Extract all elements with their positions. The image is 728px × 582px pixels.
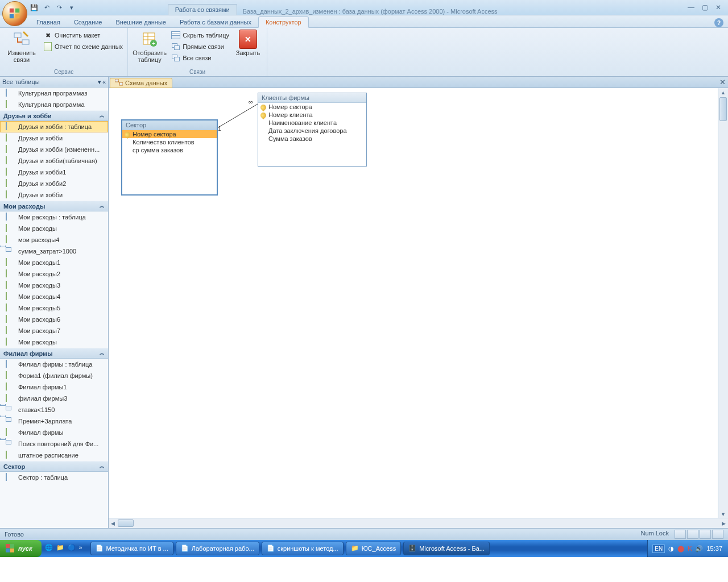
table-field[interactable]: Номер клиента xyxy=(258,111,366,119)
nav-item[interactable]: Форма1 (филиал фирмы) xyxy=(0,370,108,381)
tray-icon[interactable]: ◑ xyxy=(668,545,674,552)
nav-item[interactable]: Мои расходы : таблица xyxy=(0,211,108,223)
table-field[interactable]: ср сумма заказов xyxy=(122,146,217,154)
nav-item[interactable]: Филиал фирмы1 xyxy=(0,381,108,393)
scroll-left-icon[interactable]: ◀ xyxy=(109,521,117,526)
ribbon-tab-design[interactable]: Конструктор xyxy=(258,16,309,28)
table-field[interactable]: Количество клиентов xyxy=(122,138,217,146)
view-form-icon[interactable] xyxy=(712,530,723,539)
nav-item[interactable]: Друзья и хобби1 xyxy=(0,167,108,178)
nav-item[interactable]: Поиск повторений для Фи... xyxy=(0,438,108,450)
view-design-icon[interactable] xyxy=(687,530,698,539)
nav-item[interactable]: Друзья и хобби xyxy=(0,189,108,201)
nav-item[interactable]: Мои расходы1 xyxy=(0,257,108,268)
scroll-down-icon[interactable]: ▼ xyxy=(718,510,728,518)
taskbar-item[interactable]: 📄Методичка по ИТ в ... xyxy=(90,542,173,555)
table-field[interactable]: Дата заключения договора xyxy=(258,127,366,135)
help-button[interactable]: ? xyxy=(714,18,723,27)
table-box-clients[interactable]: Клиенты фирмы Номер сектораНомер клиента… xyxy=(258,93,367,167)
nav-item[interactable]: Культурная программаз xyxy=(0,88,108,99)
table-field[interactable]: Сумма заказов xyxy=(258,135,366,143)
nav-dropdown-icon[interactable]: ▾ xyxy=(98,78,101,86)
ribbon-tab-home[interactable]: Главная xyxy=(30,17,67,27)
nav-item[interactable]: ставка<1150 xyxy=(0,404,108,415)
nav-item[interactable]: Друзья и хобби2 xyxy=(0,178,108,189)
nav-item[interactable]: Мои расходы7 xyxy=(0,325,108,336)
nav-group-header[interactable]: Мои расходы︽ xyxy=(0,201,108,211)
nav-item[interactable]: Премия+Зарплата xyxy=(0,415,108,427)
undo-icon[interactable]: ↶ xyxy=(42,3,51,12)
taskbar-item[interactable]: 📄Лабораторная рабо... xyxy=(176,542,259,555)
clear-layout-button[interactable]: ✖Очистить макет xyxy=(42,30,124,40)
ribbon-tab-create[interactable]: Создание xyxy=(67,17,109,27)
nav-item[interactable]: Мои расходы6 xyxy=(0,314,108,325)
nav-item[interactable]: филиал фирмы3 xyxy=(0,393,108,404)
language-indicator[interactable]: EN xyxy=(652,544,665,553)
all-relationships-button[interactable]: Все связи xyxy=(170,53,230,63)
nav-item[interactable]: Филиал фирмы : таблица xyxy=(0,359,108,370)
nav-item[interactable]: сумма_затрат>1000 xyxy=(0,246,108,257)
relationship-report-button[interactable]: Отчет по схеме данных xyxy=(42,41,124,52)
table-box-sector[interactable]: Сектор Номер сектораКоличество клиентовс… xyxy=(121,119,218,196)
nav-item[interactable]: Филиал фирмы xyxy=(0,427,108,438)
clock[interactable]: 15:37 xyxy=(706,545,722,552)
nav-item[interactable]: Мои расходы3 xyxy=(0,280,108,291)
close-button[interactable]: ✕ Закрыть xyxy=(233,29,263,57)
table-field[interactable]: Номер сектора xyxy=(122,130,217,138)
taskbar-item[interactable]: 📄скриншоты к метод... xyxy=(262,542,344,555)
view-sql-icon[interactable] xyxy=(700,530,711,539)
view-buttons[interactable] xyxy=(675,530,723,539)
ql-media-icon[interactable]: 🔵 xyxy=(68,544,77,553)
nav-item[interactable]: Мои расходы4 xyxy=(0,291,108,302)
maximize-button[interactable]: ▢ xyxy=(700,3,710,11)
tray-icon[interactable]: ⬤ xyxy=(677,545,684,552)
scroll-thumb[interactable] xyxy=(118,519,134,527)
tray-icon[interactable]: K xyxy=(688,545,692,552)
minimize-button[interactable]: — xyxy=(686,3,696,11)
taskbar-item[interactable]: 🗄️Microsoft Access - Ба... xyxy=(403,542,490,555)
nav-collapse-icon[interactable]: « xyxy=(102,78,106,86)
nav-item[interactable]: Друзья и хобби (измененн... xyxy=(0,144,108,155)
taskbar-item[interactable]: 📁ЮС_Access xyxy=(346,542,402,555)
document-close-button[interactable]: ✕ xyxy=(719,78,726,86)
ribbon-tab-external[interactable]: Внешние данные xyxy=(109,17,173,27)
view-datasheet-icon[interactable] xyxy=(675,530,686,539)
nav-item[interactable]: Культурная программа xyxy=(0,99,108,110)
ribbon-tab-dbtools[interactable]: Работа с базами данных xyxy=(173,17,258,27)
direct-relationships-button[interactable]: Прямые связи xyxy=(170,41,230,52)
nav-group-header[interactable]: Сектор︽ xyxy=(0,461,108,472)
qat-dropdown-icon[interactable]: ▾ xyxy=(67,3,76,12)
document-tab-relationships[interactable]: Схема данных xyxy=(110,78,172,88)
nav-item[interactable]: Мои расходы2 xyxy=(0,268,108,280)
hide-table-button[interactable]: Скрыть таблицу xyxy=(170,30,230,40)
canvas-vertical-scrollbar[interactable]: ▲ ▼ xyxy=(718,88,728,518)
nav-item[interactable]: Мои расходы xyxy=(0,336,108,348)
scroll-right-icon[interactable]: ▶ xyxy=(719,521,728,526)
relationships-canvas[interactable]: 1 ∞ Сектор Номер сектораКоличество клиен… xyxy=(109,88,728,528)
nav-group-header[interactable]: Филиал фирмы︽ xyxy=(0,348,108,359)
scroll-thumb[interactable] xyxy=(719,97,727,121)
nav-item[interactable]: штатное расписание xyxy=(0,450,108,461)
canvas-horizontal-scrollbar[interactable]: ◀ ▶ xyxy=(109,518,728,528)
nav-item[interactable]: Друзья и хобби : таблица xyxy=(0,121,108,132)
ql-desktop-icon[interactable]: 🌐 xyxy=(45,544,54,553)
close-window-button[interactable]: ✕ xyxy=(713,3,723,11)
nav-item[interactable]: мои расходы4 xyxy=(0,234,108,246)
start-button[interactable]: пуск xyxy=(0,540,42,557)
nav-group-header[interactable]: Друзья и хобби︽ xyxy=(0,110,108,121)
show-table-button[interactable]: + Отобразить таблицу xyxy=(131,29,168,64)
ql-chevron-icon[interactable]: » xyxy=(79,544,88,553)
save-icon[interactable]: 💾 xyxy=(30,3,39,12)
nav-item[interactable]: Друзья и хобби(табличная) xyxy=(0,155,108,167)
nav-item[interactable]: Мои расходы5 xyxy=(0,302,108,314)
table-field[interactable]: Номер сектора xyxy=(258,103,366,111)
tray-icon[interactable]: 🔊 xyxy=(695,545,703,552)
nav-item[interactable]: Друзья и хобби xyxy=(0,132,108,144)
redo-icon[interactable]: ↷ xyxy=(55,3,64,12)
edit-relationships-button[interactable]: Изменить связи xyxy=(3,29,40,64)
nav-item[interactable]: Сектор : таблица xyxy=(0,472,108,483)
nav-pane-header[interactable]: Все таблицы ▾« xyxy=(0,77,108,88)
nav-item[interactable]: Мои расходы xyxy=(0,223,108,234)
ql-explorer-icon[interactable]: 📁 xyxy=(56,544,65,553)
scroll-up-icon[interactable]: ▲ xyxy=(718,88,728,97)
